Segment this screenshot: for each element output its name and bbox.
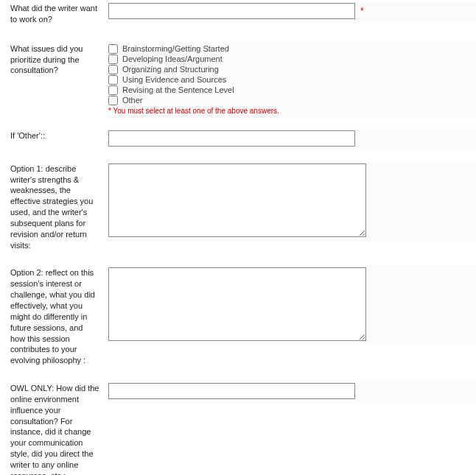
checkbox-other[interactable] [108,96,118,105]
field-other [107,129,476,149]
checkbox-row: Organizing and Structuring [108,65,469,74]
label-other: If 'Other':: [0,129,107,144]
required-marker: * [360,3,364,16]
input-writer-want[interactable] [108,3,355,19]
textarea-option2[interactable] [108,267,366,341]
checkbox-label: Brainstorming/Getting Started [122,44,229,53]
checkbox-row: Other [108,96,469,105]
field-issues: Brainstorming/Getting Started Developing… [107,42,476,118]
checkbox-row: Using Evidence and Sources [108,75,469,85]
field-option1 [107,162,476,242]
checkbox-developing[interactable] [108,54,118,64]
label-option1: Option 1: describe writer's strengths & … [0,162,107,254]
validation-message: * You must select at least one of the ab… [108,107,469,115]
checkbox-evidence[interactable] [108,75,118,85]
checkbox-revising[interactable] [108,85,118,95]
checkbox-label: Using Evidence and Sources [122,75,226,84]
checkbox-label: Developing Ideas/Argument [122,54,223,63]
input-other[interactable] [108,130,355,147]
checkbox-label: Organizing and Structuring [122,65,219,74]
label-owl: OWL ONLY: How did the online environment… [0,381,107,475]
checkbox-brainstorming[interactable] [108,44,118,54]
label-option2: Option 2: reflect on this session's inte… [0,266,107,369]
field-owl [107,381,476,402]
row-option2: Option 2: reflect on this session's inte… [0,257,476,373]
field-option2 [107,266,476,345]
checkbox-row: Revising at the Sentence Level [108,85,469,95]
row-issues: What issues did you prioritize during th… [0,32,476,122]
label-issues: What issues did you prioritize during th… [0,42,107,80]
row-option1: Option 1: describe writer's strengths & … [0,153,476,258]
row-writer-want: What did the writer want to work on? * [0,0,476,32]
field-writer-want: * [107,1,476,22]
checkbox-row: Developing Ideas/Argument [108,54,469,64]
checkbox-organizing[interactable] [108,65,118,74]
checkbox-label: Other [122,96,143,105]
row-other: If 'Other':: [0,122,476,153]
checkbox-row: Brainstorming/Getting Started [108,44,469,54]
label-writer-want: What did the writer want to work on? [0,1,107,28]
checkbox-label: Revising at the Sentence Level [122,85,234,94]
textarea-option1[interactable] [108,163,366,237]
input-owl[interactable] [108,383,355,399]
row-owl: OWL ONLY: How did the online environment… [0,373,476,475]
